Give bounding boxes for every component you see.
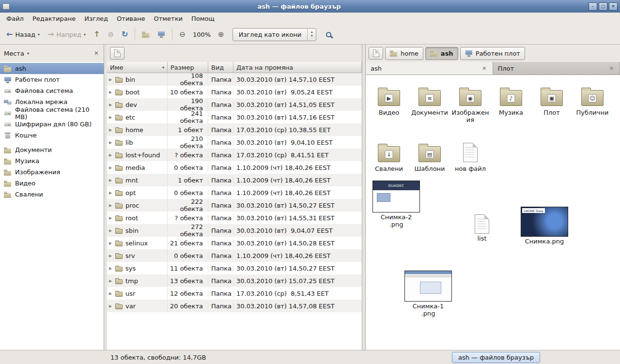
- expander-icon[interactable]: ▶: [109, 191, 115, 195]
- icon-item-list[interactable]: list: [466, 214, 497, 243]
- table-row[interactable]: ▶ lib 210 обекта Папка 30.03.2010 (вт) 9…: [107, 136, 362, 149]
- sidebar-close-icon[interactable]: ✕: [92, 49, 101, 58]
- table-row[interactable]: ▶ selinux 21 обекта Папка 30.03.2010 (вт…: [107, 237, 362, 249]
- maximize-button[interactable]: □: [599, 2, 607, 11]
- view-mode-combobox[interactable]: Изглед като икони ▴▾: [232, 28, 317, 41]
- table-row[interactable]: ▶ var 20 обекта Папка 30.03.2010 (вт) 14…: [107, 300, 362, 312]
- table-row[interactable]: ▶ usr 12 обекта Папка 17.03.2010 (ср) 8,…: [107, 287, 362, 300]
- icon-item[interactable]: Документи: [409, 80, 450, 134]
- icon-item[interactable]: нов файл: [450, 136, 491, 190]
- search-button[interactable]: [322, 30, 335, 40]
- table-row[interactable]: ▶ srv 0 обекта Папка 1.10.2009 (чт) 18,4…: [107, 249, 362, 262]
- path-button[interactable]: Работен плот: [460, 47, 525, 60]
- zoom-in-button[interactable]: ⊕: [215, 28, 228, 41]
- location-toggle-button[interactable]: [110, 47, 124, 60]
- path-button[interactable]: ash: [425, 47, 458, 60]
- sidebar-item[interactable]: Документи: [0, 144, 104, 155]
- table-row[interactable]: ▶ media 0 обекта Папка 1.10.2009 (чт) 18…: [107, 161, 362, 174]
- table-row[interactable]: ▶ tmp 13 обекта Папка 30.03.2010 (вт) 15…: [107, 274, 362, 287]
- expander-icon[interactable]: ▶: [109, 254, 115, 258]
- expander-icon[interactable]: ▶: [109, 203, 115, 208]
- table-row[interactable]: ▶ boot 10 обекта Папка 30.03.2010 (вт) 9…: [107, 86, 362, 98]
- icon-item[interactable]: Плот: [531, 80, 572, 134]
- sidebar-item[interactable]: Кошче: [0, 130, 104, 141]
- expander-icon[interactable]: ▶: [109, 241, 115, 245]
- icon-item[interactable]: Публични: [572, 80, 613, 134]
- sidebar-item[interactable]: Файлова система: [0, 85, 104, 96]
- expander-icon[interactable]: ▶: [109, 291, 115, 296]
- column-header-type[interactable]: Вид: [208, 62, 233, 73]
- back-dropdown-icon[interactable]: ▾: [38, 32, 40, 37]
- menu-item[interactable]: Файл: [2, 14, 28, 24]
- column-header-date[interactable]: Дата на промяна: [233, 62, 362, 73]
- menu-item[interactable]: Отиване: [112, 14, 149, 24]
- sidebar-title[interactable]: Места: [3, 50, 24, 57]
- minimize-button[interactable]: –: [589, 2, 597, 11]
- computer-button[interactable]: [154, 29, 169, 40]
- expander-icon[interactable]: ▶: [109, 266, 115, 271]
- location-toggle-button[interactable]: [369, 47, 383, 60]
- close-button[interactable]: ✕: [609, 2, 618, 11]
- zoom-out-button[interactable]: ⊖: [176, 28, 189, 41]
- menu-item[interactable]: Изглед: [80, 14, 112, 24]
- sidebar-item[interactable]: Свалени: [0, 189, 104, 200]
- expander-icon[interactable]: ▶: [109, 228, 115, 233]
- sidebar-item[interactable]: Шифриран дял (80 GB): [0, 119, 104, 130]
- expander-icon[interactable]: ▶: [109, 103, 115, 107]
- sidebar-item[interactable]: Видео: [0, 178, 104, 189]
- table-row[interactable]: ▶ etc 241 обекта Папка 30.03.2010 (вт) 1…: [107, 111, 362, 123]
- combo-arrows-icon[interactable]: ▴▾: [307, 29, 316, 41]
- sidebar-item[interactable]: Работен плот: [0, 74, 104, 85]
- stop-button[interactable]: ⊘: [104, 29, 117, 40]
- sidebar-item[interactable]: Файлова система (210 MB): [0, 107, 104, 119]
- table-row[interactable]: ▶ lost+found ? обекта Папка 17.03.2010 (…: [107, 149, 362, 161]
- icon-item-snimka[interactable]: GNOME Store Снимка.png: [521, 207, 568, 245]
- menu-item[interactable]: Помощ: [187, 14, 219, 24]
- titlebar[interactable]: ash — файлов браузър – □ ✕: [0, 0, 620, 13]
- tab[interactable]: Плот ✕: [493, 62, 620, 75]
- expander-icon[interactable]: ▶: [109, 153, 115, 157]
- expander-icon[interactable]: ▶: [109, 166, 115, 170]
- chevron-down-icon[interactable]: ▾: [27, 51, 29, 56]
- menu-item[interactable]: Отметки: [149, 14, 186, 24]
- sidebar-item[interactable]: ash: [0, 63, 104, 74]
- expander-icon[interactable]: ▶: [109, 178, 115, 182]
- icon-item[interactable]: Музика: [491, 80, 531, 134]
- table-row[interactable]: ▶ sys 11 обекта Папка 30.03.2010 (вт) 14…: [107, 262, 362, 274]
- reload-button[interactable]: ↻: [118, 29, 131, 40]
- up-button[interactable]: ↑: [90, 29, 103, 40]
- expander-icon[interactable]: ▶: [109, 90, 115, 94]
- table-row[interactable]: ▶ mnt 1 обект Папка 1.10.2009 (чт) 18,40…: [107, 174, 362, 186]
- table-row[interactable]: ▶ home 1 обект Папка 17.03.2010 (ср) 10,…: [107, 123, 362, 136]
- expander-icon[interactable]: ▶: [109, 140, 115, 145]
- tab-close-icon[interactable]: ✕: [608, 65, 615, 72]
- icon-item[interactable]: Видео: [369, 80, 409, 134]
- expander-icon[interactable]: ▶: [109, 128, 115, 132]
- table-row[interactable]: ▶ bin 108 обекта Папка 30.03.2010 (вт) 1…: [107, 73, 362, 86]
- expander-icon[interactable]: ▶: [109, 77, 115, 82]
- tab[interactable]: ash ✕: [366, 62, 493, 75]
- table-row[interactable]: ▶ proc 222 обекта Папка 30.03.2010 (вт) …: [107, 199, 362, 212]
- sidebar-item[interactable]: Изображения: [0, 167, 104, 178]
- icon-item[interactable]: Изображения: [450, 80, 491, 134]
- expander-icon[interactable]: ▶: [109, 279, 115, 283]
- icon-item-snimka1[interactable]: Снимка-1.png: [404, 271, 452, 318]
- table-row[interactable]: ▶ dev 190 обекта Папка 30.03.2010 (вт) 1…: [107, 98, 362, 111]
- forward-button[interactable]: → Напред ▾: [44, 29, 89, 40]
- path-button[interactable]: home: [385, 47, 423, 60]
- column-header-size[interactable]: Размер: [168, 62, 208, 73]
- column-header-name[interactable]: Име▾: [107, 62, 168, 73]
- taskbar-window-button[interactable]: ash — файлов браузър: [452, 352, 540, 363]
- table-row[interactable]: ▶ sbin 272 обекта Папка 30.03.2010 (вт) …: [107, 224, 362, 237]
- back-button[interactable]: ← Назад ▾: [3, 29, 43, 40]
- icon-item-snimka2[interactable]: GUADEC Снимка-2.png: [372, 181, 420, 228]
- expander-icon[interactable]: ▶: [109, 304, 115, 308]
- menu-item[interactable]: Редактиране: [28, 14, 80, 24]
- tab-close-icon[interactable]: ✕: [481, 65, 487, 72]
- expander-icon[interactable]: ▶: [109, 216, 115, 220]
- expander-icon[interactable]: ▶: [109, 115, 115, 120]
- home-button[interactable]: [139, 29, 153, 40]
- sidebar-item[interactable]: Музика: [0, 155, 104, 167]
- table-row[interactable]: ▶ opt 0 обекта Папка 1.10.2009 (чт) 18,4…: [107, 186, 362, 199]
- table-row[interactable]: ▶ root ? обекта Папка 30.03.2010 (вт) 14…: [107, 212, 362, 224]
